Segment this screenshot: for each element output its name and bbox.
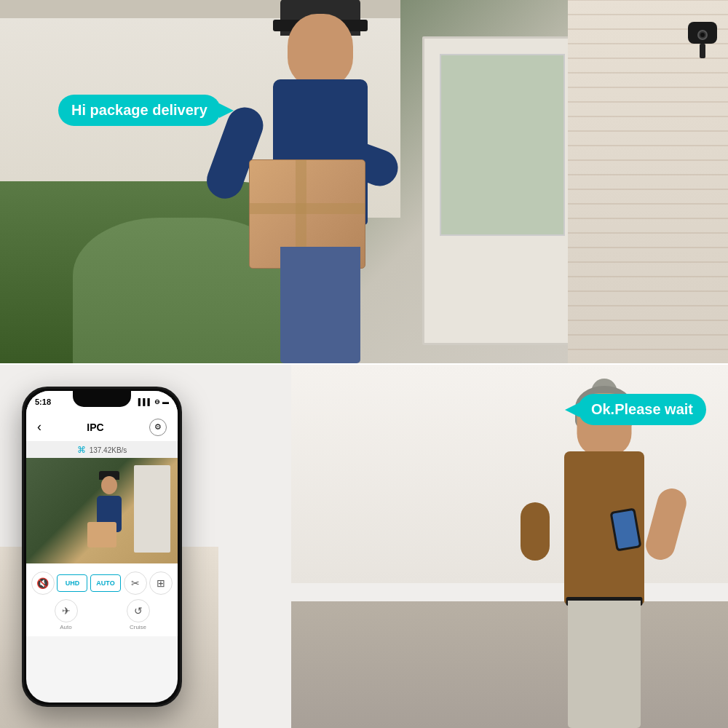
cruise-icon: ↺ <box>127 599 150 622</box>
bottom-speech-bubble: Ok.Please wait <box>578 394 706 425</box>
top-speech-text: Hi package delivery <box>71 102 207 118</box>
battery-icon: ▬ <box>162 398 169 405</box>
ptz-label: Auto <box>60 624 71 630</box>
speed-value: 137.42KB/s <box>90 446 127 454</box>
controls-row-1: 🔇 UHD AUTO ✂ <box>30 569 174 597</box>
mute-icon: 🔇 <box>31 571 55 595</box>
ptz-button[interactable]: ✈ Auto <box>55 599 78 630</box>
phone-screen: 5:18 ▌▌▌ ⊖ ▬ ‹ IPC ⚙ ⌘ <box>26 391 178 703</box>
cruise-button[interactable]: ↺ Cruise <box>127 599 150 630</box>
camera-lens-inner <box>700 33 705 37</box>
mute-button[interactable]: 🔇 <box>31 571 55 595</box>
top-section: Hi package delivery <box>0 0 728 363</box>
wifi-signal-icon: ⌘ <box>77 445 86 455</box>
cruise-label: Cruise <box>130 624 146 630</box>
camera-mount <box>700 44 705 58</box>
video-box <box>87 522 116 547</box>
phone-nav-bar: ‹ IPC ⚙ <box>26 413 178 442</box>
video-door <box>134 465 170 553</box>
phone-notch <box>73 389 131 407</box>
nav-title: IPC <box>87 422 103 433</box>
main-container: Hi package delivery 5:18 ▌▌▌ ⊖ ▬ <box>0 0 728 728</box>
phone-mockup: 5:18 ▌▌▌ ⊖ ▬ ‹ IPC ⚙ ⌘ <box>22 387 182 707</box>
video-delivery-person <box>87 471 131 551</box>
camera-lens <box>697 30 708 40</box>
wifi-icon: ⊖ <box>154 398 160 405</box>
speed-bar: ⌘ 137.42KB/s <box>26 442 178 458</box>
person-head <box>288 14 353 87</box>
package-tape-h <box>250 203 365 214</box>
woman-pants <box>568 601 641 728</box>
settings-icon: ⚙ <box>154 422 162 432</box>
status-icons: ▌▌▌ ⊖ ▬ <box>138 398 169 405</box>
uhd-button[interactable]: UHD <box>57 574 87 592</box>
controls-row-2: ✈ Auto ↺ Cruise <box>30 597 174 633</box>
scissors-button[interactable]: ✂ <box>124 571 147 595</box>
front-door <box>422 36 582 345</box>
woman-arm-left <box>521 502 550 561</box>
video-head <box>101 476 117 494</box>
auto-button[interactable]: AUTO <box>90 574 121 592</box>
grid-button[interactable]: ⊞ <box>149 571 173 595</box>
signal-icon: ▌▌▌ <box>138 398 152 405</box>
top-speech-bubble: Hi package delivery <box>58 95 221 126</box>
grid-icon: ⊞ <box>149 571 173 595</box>
woman-figure <box>517 393 692 728</box>
video-inner <box>26 458 178 563</box>
delivery-person <box>218 14 422 363</box>
woman-arm-right <box>643 486 690 563</box>
person-legs <box>280 247 360 363</box>
settings-button[interactable]: ⚙ <box>149 419 167 436</box>
ptz-icon: ✈ <box>55 599 78 622</box>
phone-time: 5:18 <box>35 397 51 406</box>
back-button[interactable]: ‹ <box>37 419 41 435</box>
bottom-speech-text: Ok.Please wait <box>591 401 693 417</box>
camera-body <box>688 22 717 44</box>
phone-controls: 🔇 UHD AUTO ✂ <box>26 563 178 636</box>
woman-phone-screen <box>612 510 639 549</box>
uhd-icon: UHD <box>57 574 87 592</box>
auto-icon: AUTO <box>90 574 121 592</box>
bottom-section: 5:18 ▌▌▌ ⊖ ▬ ‹ IPC ⚙ ⌘ <box>0 365 728 728</box>
phone-video-feed <box>26 458 178 563</box>
security-camera <box>684 22 721 58</box>
door-glass <box>440 54 564 237</box>
scissors-icon: ✂ <box>124 571 147 595</box>
